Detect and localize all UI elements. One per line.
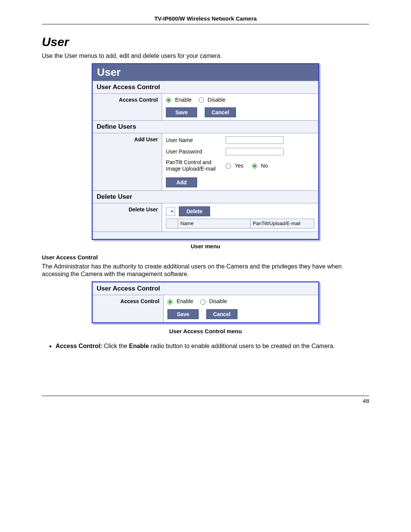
doc-header: TV-IP600/W Wireless Network Camera xyxy=(42,15,369,24)
section-header-uac2: User Access Control xyxy=(93,283,319,295)
radio-enable[interactable] xyxy=(166,97,173,103)
intro-text: Use the User menus to add, edit and dele… xyxy=(42,52,369,60)
save-button2[interactable]: Save xyxy=(167,309,199,319)
section-title: User xyxy=(42,35,369,49)
select-user-dropdown[interactable] xyxy=(166,208,175,216)
label-username: User Name xyxy=(166,137,221,143)
radio-no[interactable] xyxy=(252,163,259,169)
cancel-button2[interactable]: Cancel xyxy=(206,309,237,319)
cancel-button[interactable]: Cancel xyxy=(205,107,236,117)
bullet-access-control: Access Control: Click the Enable radio b… xyxy=(56,342,369,350)
col-header-pantilt: PanTilt/Upload/E-mail xyxy=(250,219,314,228)
radio-disable2[interactable] xyxy=(200,298,207,304)
section-header-define: Define Users xyxy=(93,121,319,133)
radio-disable-label: Disable xyxy=(208,97,226,103)
delete-button[interactable]: Delete xyxy=(179,206,210,216)
label-access-control2: Access Control xyxy=(93,295,164,322)
page-number: 48 xyxy=(42,396,369,404)
radio-enable2[interactable] xyxy=(167,298,174,304)
label-password: User Password xyxy=(166,149,221,155)
input-username[interactable] xyxy=(226,136,284,144)
radio-yes-label: Yes xyxy=(235,163,244,169)
user-menu-screenshot: User User Access Control Access Control … xyxy=(92,63,319,240)
radio-yes[interactable] xyxy=(226,163,233,169)
radio-disable[interactable] xyxy=(199,97,206,103)
save-button[interactable]: Save xyxy=(166,107,197,117)
radio-enable-label2: Enable xyxy=(177,298,193,304)
radio-no-label: No xyxy=(261,163,268,169)
col-header-name: Name xyxy=(178,219,250,228)
radio-disable-label2: Disable xyxy=(209,298,227,304)
label-delete-user: Delete User xyxy=(93,203,162,232)
caption-uac-menu: User Access Control menu xyxy=(42,328,369,334)
uac-screenshot: User Access Control Access Control Enabl… xyxy=(92,281,319,323)
panel-title: User xyxy=(92,64,319,81)
label-add-user: Add User xyxy=(93,133,162,191)
radio-enable-label: Enable xyxy=(175,97,192,103)
section-header-uac: User Access Control xyxy=(93,81,319,93)
add-button[interactable]: Add xyxy=(166,177,197,187)
uac-description: The Administrator has the authority to c… xyxy=(42,263,369,279)
label-pantilt: PanTilt Control and Image Upload/E-mail xyxy=(166,159,221,172)
label-access-control: Access Control xyxy=(93,93,162,120)
caption-user-menu: User menu xyxy=(42,243,369,249)
section-header-delete: Delete User xyxy=(93,190,319,203)
input-password[interactable] xyxy=(226,148,284,155)
subheading-uac: User Access Control xyxy=(42,254,369,260)
